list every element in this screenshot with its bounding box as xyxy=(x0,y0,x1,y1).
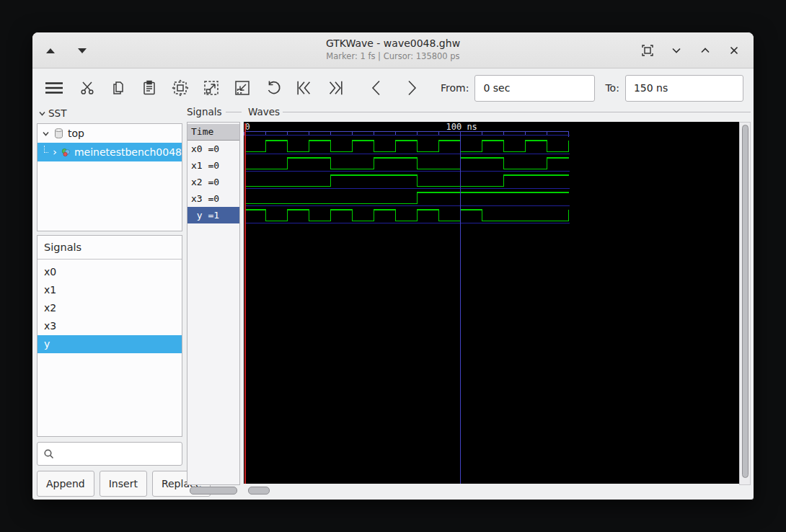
names-hscrollbar[interactable] xyxy=(190,487,237,495)
facility-item-y[interactable]: y xyxy=(37,335,182,353)
toolbar: From: To: xyxy=(32,68,754,107)
facility-item-x1[interactable]: x1 xyxy=(37,281,182,299)
svg-text:0: 0 xyxy=(245,122,250,132)
waves-panel[interactable]: 0100 ns xyxy=(244,122,739,484)
expander-right-icon xyxy=(52,148,58,156)
waveform-canvas[interactable]: 0100 ns xyxy=(244,122,739,484)
tree-connector xyxy=(44,146,48,153)
cut-button[interactable] xyxy=(78,79,97,97)
names-panel: Time x0 =0 x1 =0 x2 =0 x3 =0 y =1 xyxy=(187,122,240,485)
facility-item-x3[interactable]: x3 xyxy=(37,317,182,335)
go-to-end-button[interactable] xyxy=(326,79,345,97)
shift-right-button[interactable] xyxy=(402,79,421,97)
zoom-fit-icon xyxy=(171,79,190,97)
menu-button[interactable] xyxy=(43,79,66,97)
clipboard-icon xyxy=(141,79,158,97)
signal-name-x3[interactable]: x3 =0 xyxy=(187,190,239,207)
hamburger-menu-icon xyxy=(43,80,65,96)
waves-vscrollbar[interactable] xyxy=(742,125,749,478)
copy-icon xyxy=(110,79,127,97)
close-icon xyxy=(728,44,741,57)
fullscreen-icon xyxy=(641,44,654,57)
copy-button[interactable] xyxy=(109,79,128,97)
expander-down-icon xyxy=(38,110,46,118)
search-icon xyxy=(43,448,55,460)
chevron-right-icon xyxy=(402,78,421,98)
maximize-button[interactable] xyxy=(697,43,713,58)
tree-item-meinetestbench0048[interactable]: meinetestbench0048 xyxy=(37,143,182,161)
database-icon xyxy=(53,128,64,139)
sst-label: SST xyxy=(48,107,66,119)
to-label: To: xyxy=(605,82,619,94)
expander-down-icon xyxy=(42,130,50,138)
chevron-down-icon xyxy=(670,44,683,57)
from-time-input[interactable] xyxy=(474,75,595,102)
signal-search-box[interactable] xyxy=(37,442,182,466)
zoom-fit-button[interactable] xyxy=(171,79,190,97)
sst-tree: top meinetestbench0048 xyxy=(37,123,182,231)
close-button[interactable] xyxy=(726,43,742,58)
go-to-start-button[interactable] xyxy=(295,79,314,97)
undo-button[interactable] xyxy=(264,79,283,97)
waves-panel-title: Waves xyxy=(248,106,283,118)
shift-left-button[interactable] xyxy=(367,79,386,97)
append-button[interactable]: Append xyxy=(37,471,94,497)
module-icon xyxy=(61,146,71,159)
facility-buttons: Append Insert Replace xyxy=(37,471,211,497)
chevron-left-icon xyxy=(367,78,386,98)
insert-button[interactable]: Insert xyxy=(100,471,147,497)
undo-icon xyxy=(264,79,283,97)
zoom-out-full-button[interactable] xyxy=(202,79,221,97)
from-label: From: xyxy=(441,82,469,94)
paste-button[interactable] xyxy=(140,79,159,97)
titlebar[interactable]: GTKWave - wave0048.ghw Marker: 1 fs | Cu… xyxy=(32,32,754,68)
zoom-in-arrow-icon xyxy=(233,79,252,97)
signal-name-x1[interactable]: x1 =0 xyxy=(187,157,239,174)
gtkwave-window: GTKWave - wave0048.ghw Marker: 1 fs | Cu… xyxy=(32,32,754,500)
minimize-button[interactable] xyxy=(668,43,684,58)
waves-hscrollbar[interactable] xyxy=(248,487,270,495)
signal-name-x2[interactable]: x2 =0 xyxy=(187,174,239,190)
names-panel-title: Signals xyxy=(187,106,225,118)
tree-item-label: meinetestbench0048 xyxy=(74,146,182,158)
to-time-input[interactable] xyxy=(625,75,743,102)
skip-to-start-icon xyxy=(295,78,314,98)
skip-to-end-icon xyxy=(326,78,345,98)
fullscreen-button[interactable] xyxy=(640,43,655,58)
sst-section-header[interactable]: SST xyxy=(38,107,66,119)
facility-list: Signals x0 x1 x2 x3 y xyxy=(37,235,182,437)
signal-name-x0[interactable]: x0 =0 xyxy=(187,141,239,157)
svg-text:100 ns: 100 ns xyxy=(446,122,477,132)
zoom-in-button[interactable] xyxy=(233,79,252,97)
chevron-up-icon xyxy=(699,44,712,57)
time-header[interactable]: Time xyxy=(187,124,239,141)
zoom-out-arrow-icon xyxy=(202,79,221,97)
tree-item-label: top xyxy=(68,128,84,139)
tree-item-top[interactable]: top xyxy=(37,124,182,143)
facility-list-title: Signals xyxy=(37,236,182,260)
scissors-icon xyxy=(79,79,96,97)
facility-item-x2[interactable]: x2 xyxy=(37,299,182,317)
signal-name-y[interactable]: y =1 xyxy=(187,207,239,223)
facility-item-x0[interactable]: x0 xyxy=(37,263,182,281)
